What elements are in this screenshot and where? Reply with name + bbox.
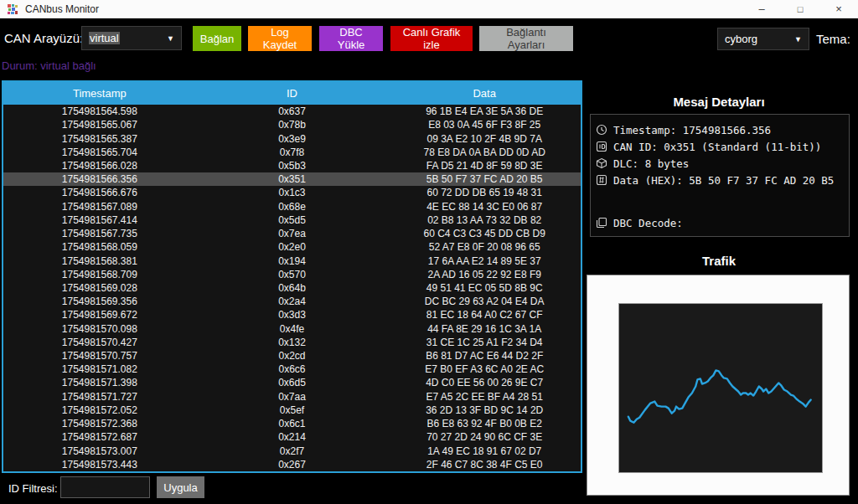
detail-dlc-text: DLC: 8 bytes: [613, 157, 689, 170]
app-icon: [7, 3, 18, 15]
table-row[interactable]: 1754981565.3870x3e909 3A E2 10 2F 4B 9D …: [3, 131, 581, 145]
table-row[interactable]: 1754981566.0280x5b3FA D5 21 4D 8F 59 8D …: [3, 159, 581, 172]
table-row[interactable]: 1754981568.3810x19417 6A AA E2 14 89 5E …: [3, 254, 581, 267]
table-row[interactable]: 1754981568.0590x2e052 A7 E8 0F 20 08 96 …: [3, 240, 581, 254]
table-cell: 1754981569.672: [3, 308, 196, 321]
table-cell: 1754981567.414: [3, 213, 196, 227]
table-row[interactable]: 1754981572.3680x6c1B6 E8 63 92 4F B0 0B …: [3, 417, 581, 430]
table-cell: 1754981565.387: [3, 131, 196, 145]
apply-filter-button[interactable]: Uygula: [157, 476, 204, 498]
detail-data-hex: Data (HEX): 5B 50 F7 37 FC AD 20 B5: [596, 172, 844, 188]
table-cell: 0x7aa: [196, 390, 389, 404]
table-cell: 1754981571.398: [3, 376, 196, 389]
table-cell: B6 81 D7 AC E6 44 D2 2F: [388, 349, 581, 363]
id-filter-input[interactable]: [60, 476, 150, 498]
table-cell: 0x214: [196, 430, 389, 444]
traffic-chart: [618, 303, 823, 473]
input-numbers-icon: [596, 174, 607, 186]
table-cell: 1754981567.089: [3, 200, 196, 213]
table-row[interactable]: 1754981570.0980x4fe44 FA 8E 29 16 1C 3A …: [3, 322, 581, 336]
table-row[interactable]: 1754981567.0890x68e4E EC 88 14 3C E0 06 …: [3, 200, 581, 213]
table-row[interactable]: 1754981568.7090x5702A AD 16 05 22 92 E8 …: [3, 268, 581, 281]
table-row[interactable]: 1754981567.4140x5d502 B8 13 AA 73 32 DB …: [3, 213, 581, 227]
table-row[interactable]: 1754981571.0820x6c6E7 B0 EF A3 6C A0 2E …: [3, 363, 581, 376]
table-cell: 0x2f7: [196, 444, 389, 457]
message-table[interactable]: Timestamp ID Data 1754981564.5980x63796 …: [2, 80, 582, 473]
table-row[interactable]: 1754981571.7270x7aaE7 A5 2C EE BF A4 28 …: [3, 390, 581, 404]
maximize-button[interactable]: □: [781, 0, 819, 18]
table-cell: 09 3A E2 10 2F 4B 9D 7A: [388, 131, 581, 145]
table-cell: 1754981567.735: [3, 227, 196, 240]
table-cell: 1754981571.727: [3, 390, 196, 404]
table-cell: 70 27 2D 24 90 6C CF 3E: [388, 430, 581, 444]
table-row[interactable]: 1754981567.7350x7ea60 C4 C3 C3 45 DD CB …: [3, 227, 581, 240]
table-cell: 1754981568.381: [3, 254, 196, 267]
table-row[interactable]: 1754981569.0280x64b49 51 41 EC 05 5D 8B …: [3, 281, 581, 295]
details-spacer: [596, 188, 844, 214]
table-row[interactable]: 1754981566.3560x3515B 50 F7 37 FC AD 20 …: [3, 172, 581, 186]
column-header-data[interactable]: Data: [388, 82, 581, 105]
close-button[interactable]: ×: [819, 0, 858, 18]
table-row[interactable]: 1754981566.6760x1c360 72 DD DB 65 19 48 …: [3, 186, 581, 199]
can-interface-select[interactable]: virtual ▼: [81, 26, 182, 50]
minimize-button[interactable]: –: [742, 0, 781, 18]
connection-settings-button[interactable]: Bağlantı Ayarları: [479, 26, 573, 51]
detail-dbc-decode-text: DBC Decode:: [613, 217, 683, 229]
table-cell: 1754981566.028: [3, 159, 196, 172]
table-header-row: Timestamp ID Data: [3, 82, 581, 105]
connect-button[interactable]: Bağlan: [193, 26, 241, 51]
table-cell: 1754981573.443: [3, 458, 196, 471]
table-cell: 1754981572.052: [3, 404, 196, 417]
table-row[interactable]: 1754981572.6870x21470 27 2D 24 90 6C CF …: [3, 430, 581, 444]
detail-dbc-decode: DBC Decode:: [596, 214, 844, 231]
can-interface-label: CAN Arayüzü:: [4, 31, 83, 45]
table-cell: 0x3e9: [196, 131, 389, 145]
table-cell: 1754981568.059: [3, 240, 196, 254]
table-row[interactable]: 1754981573.4430x2672F 46 C7 8C 38 4F C5 …: [3, 458, 581, 471]
table-row[interactable]: 1754981565.7040x7f878 E8 DA 0A BA DD 0D …: [3, 146, 581, 159]
table-row[interactable]: 1754981564.5980x63796 1B E4 EA 3E 5A 36 …: [3, 105, 581, 118]
package-icon: [596, 157, 607, 169]
table-cell: 0x2a4: [196, 295, 389, 308]
table-cell: 1754981569.028: [3, 281, 196, 295]
pages-icon: [596, 217, 607, 229]
can-interface-value: virtual: [89, 32, 120, 44]
table-cell: 0x1c3: [196, 186, 389, 199]
status-text: Durum: virtual bağlı: [2, 59, 96, 72]
table-cell: 78 E8 DA 0A BA DD 0D AD: [388, 146, 581, 159]
column-header-id[interactable]: ID: [196, 82, 389, 105]
table-row[interactable]: 1754981571.3980x6d54D C0 EE 56 00 26 9E …: [3, 376, 581, 389]
table-cell: 0x64b: [196, 281, 389, 295]
table-row[interactable]: 1754981573.0070x2f71A 49 EC 18 91 67 02 …: [3, 444, 581, 457]
table-cell: 0x4fe: [196, 322, 389, 336]
table-cell: 44 FA 8E 29 16 1C 3A 1A: [388, 322, 581, 336]
table-row[interactable]: 1754981569.6720x3d381 EC 18 64 A0 C2 67 …: [3, 308, 581, 321]
table-cell: 96 1B E4 EA 3E 5A 36 DE: [388, 105, 581, 118]
table-cell: 60 C4 C3 C3 45 DD CB D9: [388, 227, 581, 240]
table-row[interactable]: 1754981572.0520x5ef36 2D 13 3F BD 9C 14 …: [3, 404, 581, 417]
table-cell: FA D5 21 4D 8F 59 8D 3E: [388, 159, 581, 172]
table-cell: 0x68e: [196, 200, 389, 213]
message-details-title: Mesaj Detayları: [587, 95, 851, 109]
table-cell: 52 A7 E8 0F 20 08 96 65: [388, 240, 581, 254]
table-row[interactable]: 1754981569.3560x2a4DC BC 29 63 A2 04 E4 …: [3, 295, 581, 308]
column-header-timestamp[interactable]: Timestamp: [3, 82, 196, 105]
table-cell: 02 B8 13 AA 73 32 DB 82: [388, 213, 581, 227]
table-row[interactable]: 1754981565.0670x78bE8 03 0A 45 6F F3 8F …: [3, 118, 581, 131]
table-cell: 1754981571.082: [3, 363, 196, 376]
log-save-button[interactable]: Log Kaydet: [248, 26, 312, 51]
theme-select[interactable]: cyborg ▼: [717, 28, 809, 50]
table-cell: 0x570: [196, 268, 389, 281]
dbc-load-button[interactable]: DBC Yükle: [319, 26, 383, 51]
live-graph-button[interactable]: Canlı Grafik izle: [390, 26, 473, 51]
table-cell: 1754981565.704: [3, 146, 196, 159]
table-row[interactable]: 1754981570.4270x13231 CE 1C 25 A1 F2 34 …: [3, 336, 581, 349]
table-cell: E8 03 0A 45 6F F3 8F 25: [388, 118, 581, 131]
table-cell: 0x6c6: [196, 363, 389, 376]
clock-icon: [596, 124, 607, 136]
table-cell: 1754981564.598: [3, 105, 196, 118]
traffic-line-series: [628, 370, 811, 422]
table-row[interactable]: 1754981570.7570x2cdB6 81 D7 AC E6 44 D2 …: [3, 349, 581, 363]
window-controls: – □ ×: [742, 0, 858, 18]
table-cell: 0x637: [196, 105, 389, 118]
